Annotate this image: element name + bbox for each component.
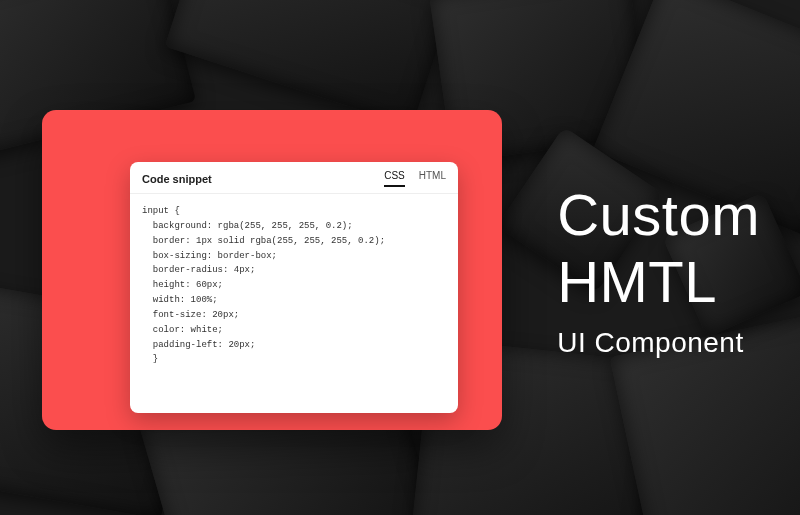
- title-block: Custom HMTL UI Component: [557, 185, 760, 359]
- code-snippet-header: Code snippet CSS HTML: [130, 162, 458, 194]
- title-line-3: UI Component: [557, 327, 760, 359]
- tab-css[interactable]: CSS: [384, 170, 405, 187]
- feature-card: Code snippet CSS HTML input { background…: [42, 110, 502, 430]
- code-snippet-body: input { background: rgba(255, 255, 255, …: [130, 194, 458, 413]
- copy-icon[interactable]: [436, 393, 450, 407]
- code-content: input { background: rgba(255, 255, 255, …: [142, 206, 385, 364]
- title-line-2: HMTL: [557, 252, 760, 313]
- bg-block: [165, 0, 456, 127]
- code-snippet-card: Code snippet CSS HTML input { background…: [130, 162, 458, 413]
- tab-html[interactable]: HTML: [419, 170, 446, 187]
- code-snippet-tabs: CSS HTML: [384, 170, 446, 187]
- stage: Custom HMTL UI Component Code snippet CS…: [0, 0, 800, 515]
- title-line-1: Custom: [557, 185, 760, 246]
- code-snippet-title: Code snippet: [142, 173, 212, 185]
